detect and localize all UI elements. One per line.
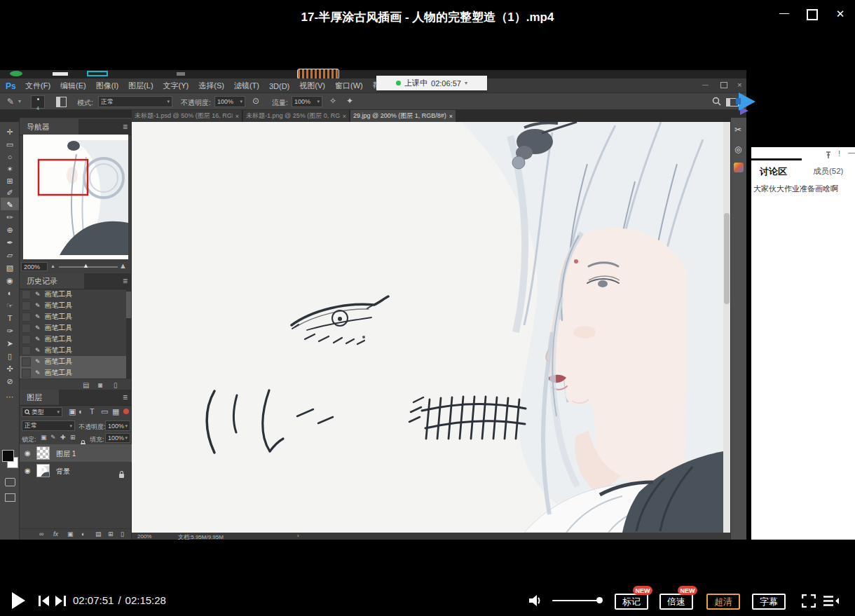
shape-tool-icon[interactable]: ▯ [0, 350, 20, 362]
history-step-selected[interactable]: ✎画笔工具 [20, 356, 128, 367]
quick-mask-icon[interactable] [5, 478, 15, 486]
menu-filter[interactable]: 滤镜(T) [234, 81, 259, 91]
menu-file[interactable]: 文件(F) [25, 81, 50, 91]
path-select-tool-icon[interactable]: ➤ [0, 338, 20, 350]
pressure-opacity-icon[interactable]: ⊙ [252, 97, 259, 105]
menu-edit[interactable]: 编辑(E) [60, 81, 86, 91]
previous-button[interactable] [38, 595, 50, 607]
dodge-tool-icon[interactable]: ◐ [0, 287, 20, 299]
layers-tab[interactable]: 图层 [20, 390, 59, 405]
creative-cloud-icon[interactable]: ◎ [734, 144, 741, 154]
statusbar-zoom[interactable]: 200% [137, 533, 151, 540]
filter-smartobj-icon[interactable]: ▦ [112, 408, 119, 416]
menu-view[interactable]: 视图(V) [299, 81, 325, 91]
crop-tool-icon[interactable]: ⊞ [0, 175, 20, 187]
brush-settings-icon[interactable] [734, 163, 744, 172]
fill-select[interactable]: 100% ▾ [105, 433, 130, 443]
zoom-tool-icon[interactable]: ⊘ [0, 376, 20, 388]
chat-alert-icon[interactable]: ! [838, 149, 840, 158]
panel-menu-icon[interactable]: ≡ [123, 276, 128, 286]
brush-preview[interactable]: 4 [31, 95, 45, 109]
history-step[interactable]: ✎画笔工具 [20, 311, 128, 322]
history-source-checkbox[interactable] [22, 313, 31, 322]
layer-mask-icon[interactable]: ▣ [67, 531, 74, 538]
filter-adjustment-icon[interactable]: ◐ [78, 408, 83, 416]
marquee-tool-icon[interactable]: ▭ [0, 139, 20, 151]
history-source-checkbox[interactable] [22, 346, 31, 355]
play-button[interactable] [10, 591, 27, 610]
lock-pixels-icon[interactable]: ✎ [50, 434, 56, 441]
navigator-tab[interactable]: 导航器 [20, 119, 78, 135]
history-step[interactable]: ✎画笔工具 [20, 300, 128, 311]
history-scrollbar[interactable] [126, 289, 131, 378]
layer-row-selected[interactable]: ◉ 图层 1 [20, 444, 132, 462]
chat-minimize-icon[interactable]: — [848, 148, 855, 156]
quality-button[interactable]: 超清 [706, 594, 740, 610]
ps-maximize-button[interactable] [720, 82, 727, 88]
blend-mode-select[interactable]: 正常 ▾ [22, 420, 75, 431]
panel-menu-icon[interactable]: ≡ [123, 392, 128, 402]
history-step[interactable]: ✎画笔工具 [20, 334, 128, 345]
zoom-slider-thumb[interactable]: ▲ [83, 262, 89, 269]
history-scrollbar-thumb[interactable] [126, 292, 131, 318]
new-snapshot-icon[interactable]: ◙ [98, 381, 102, 389]
window-maximize-button[interactable] [807, 9, 818, 20]
screen-mode-icon[interactable] [5, 493, 15, 502]
navigator-zoom-field[interactable]: 200% [21, 262, 48, 271]
speed-button[interactable]: 倍速 [659, 594, 693, 610]
lock-position-icon[interactable]: ✚ [60, 434, 66, 441]
hand-tool-icon[interactable]: ✣ [0, 363, 20, 375]
new-layer-icon[interactable]: ⊞ [108, 531, 114, 538]
history-step[interactable]: ✎画笔工具 [20, 322, 128, 334]
layer-name[interactable]: 图层 1 [56, 449, 76, 459]
lasso-tool-icon[interactable]: ○ [0, 151, 20, 163]
blur-tool-icon[interactable]: ◉ [0, 275, 20, 287]
pencil-tool-icon[interactable]: ✏ [0, 212, 20, 224]
filter-toggle-dot[interactable] [123, 409, 129, 414]
doc-tab-2[interactable]: 未标题-1.png @ 25% (图层 0, RGB/8) × [243, 110, 350, 122]
menu-image[interactable]: 图像(I) [96, 81, 118, 91]
history-source-checkbox[interactable] [22, 335, 31, 344]
layer-visibility-icon[interactable]: ◉ [25, 449, 31, 457]
tools-panel-icon[interactable]: ✂ [734, 125, 741, 135]
doc-tab-3-active[interactable]: 29.jpg @ 200% (图层 1, RGB/8#) * × [350, 110, 456, 122]
layer-row-background[interactable]: ◉ 背景 [20, 462, 132, 479]
tab-close-icon[interactable]: × [449, 113, 453, 120]
zoom-in-icon[interactable]: ▲ [119, 261, 127, 270]
menu-select[interactable]: 选择(S) [198, 81, 224, 91]
history-source-checkbox[interactable] [22, 324, 31, 333]
history-step-selected[interactable]: ✎画笔工具 [20, 367, 128, 378]
eyedropper-tool-icon[interactable]: ✐ [0, 187, 20, 199]
layer-style-icon[interactable]: fx [53, 531, 58, 538]
airbrush-icon[interactable]: ✧ [329, 97, 336, 105]
layer-group-icon[interactable]: ▤ [95, 531, 102, 538]
move-tool-icon[interactable]: ✛ [0, 126, 20, 138]
history-source-checkbox[interactable] [22, 369, 31, 378]
link-layers-icon[interactable]: ∞ [39, 531, 43, 538]
doc-tab-1[interactable]: 未标题-1.psd @ 50% (图层 16, RGB/8) × [132, 110, 242, 122]
tab-close-icon[interactable]: × [235, 113, 239, 120]
lock-artboard-icon[interactable]: ⊞ [70, 434, 76, 441]
flow-select[interactable]: 100% ▾ [292, 96, 322, 107]
smoothing-icon[interactable]: ✦ [346, 97, 353, 105]
floating-play-widget[interactable] [736, 88, 760, 118]
layer-visibility-icon[interactable]: ◉ [25, 467, 31, 474]
layer-thumbnail[interactable] [36, 464, 50, 477]
menu-layer[interactable]: 图层(L) [128, 81, 153, 91]
ps-minimize-button[interactable]: — [702, 81, 709, 88]
layer-thumbnail[interactable] [36, 446, 50, 460]
panel-menu-icon[interactable]: ≡ [123, 122, 128, 132]
mode-select[interactable]: 正常 ▾ [98, 96, 172, 107]
menu-type[interactable]: 文字(Y) [163, 81, 189, 91]
zoom-out-icon[interactable]: ▲ [50, 263, 55, 268]
history-step[interactable]: ✎画笔工具 [20, 345, 128, 356]
more-tools-icon[interactable]: ⋯ [0, 391, 20, 403]
lock-transparency-icon[interactable]: ▣ [41, 434, 47, 441]
filter-pixel-icon[interactable]: ▣ [69, 408, 76, 416]
menu-window[interactable]: 窗口(W) [335, 81, 363, 91]
statusbar-chevron-icon[interactable]: › [297, 533, 299, 539]
smudge-tool-icon[interactable]: ☞ [0, 300, 20, 312]
volume-slider-thumb[interactable] [596, 597, 603, 603]
gradient-tool-icon[interactable]: ▧ [0, 262, 20, 274]
type-tool-icon[interactable]: T [0, 313, 20, 324]
